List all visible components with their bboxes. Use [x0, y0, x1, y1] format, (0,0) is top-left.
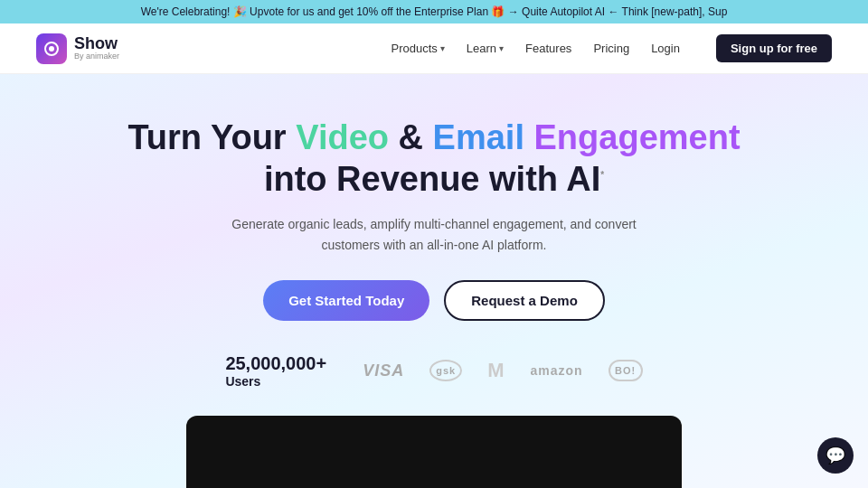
- nav-features[interactable]: Features: [525, 42, 571, 55]
- bo-logo: BO!: [609, 360, 643, 381]
- user-count-number: 25,000,000+: [225, 353, 326, 374]
- request-demo-button[interactable]: Request a Demo: [444, 280, 605, 321]
- brand-logos: VISA gsk M amazon BO!: [363, 359, 642, 382]
- gsk-logo: gsk: [429, 360, 462, 381]
- hero-subtitle: Generate organic leads, amplify multi-ch…: [226, 214, 642, 255]
- hero-title: Turn Your Video & Email Engagement into …: [36, 117, 832, 200]
- logo-text: Show By animaker: [74, 35, 119, 62]
- hero-video-text: Video: [296, 118, 389, 156]
- nav-learn[interactable]: Learn ▾: [467, 42, 504, 55]
- svg-point-1: [49, 46, 54, 52]
- logo[interactable]: Show By animaker: [36, 33, 119, 64]
- nav-products[interactable]: Products ▾: [392, 42, 445, 55]
- ai-asterisk: *: [600, 170, 604, 180]
- signup-button[interactable]: Sign up for free: [716, 34, 832, 62]
- amazon-logo: amazon: [531, 363, 583, 378]
- user-count-label: Users: [225, 374, 326, 389]
- hero-email-text: Email: [433, 118, 524, 156]
- hero-buttons: Get Started Today Request a Demo: [36, 280, 832, 321]
- hero-section: Turn Your Video & Email Engagement into …: [0, 74, 868, 488]
- visa-logo: VISA: [363, 361, 404, 380]
- nav-login[interactable]: Login: [651, 42, 680, 55]
- get-started-button[interactable]: Get Started Today: [263, 280, 429, 321]
- navbar: Show By animaker Products ▾ Learn ▾ Feat…: [0, 23, 868, 74]
- announcement-text: We're Celebrating! 🎉 Upvote for us and g…: [141, 5, 728, 18]
- social-proof: 25,000,000+ Users VISA gsk M amazon BO!: [36, 353, 832, 389]
- chat-icon: 💬: [826, 446, 845, 465]
- user-count: 25,000,000+ Users: [225, 353, 326, 389]
- products-chevron-icon: ▾: [440, 43, 445, 53]
- announcement-bar: We're Celebrating! 🎉 Upvote for us and g…: [0, 0, 868, 23]
- learn-chevron-icon: ▾: [499, 43, 504, 53]
- video-preview[interactable]: [186, 416, 682, 488]
- logo-icon: [36, 33, 67, 64]
- hero-engagement-text: Engagement: [534, 118, 741, 156]
- nav-pricing[interactable]: Pricing: [593, 42, 629, 55]
- chat-bubble[interactable]: 💬: [817, 437, 854, 474]
- nav-links: Products ▾ Learn ▾ Features Pricing Logi…: [392, 34, 833, 62]
- mcdonalds-logo: M: [487, 359, 505, 382]
